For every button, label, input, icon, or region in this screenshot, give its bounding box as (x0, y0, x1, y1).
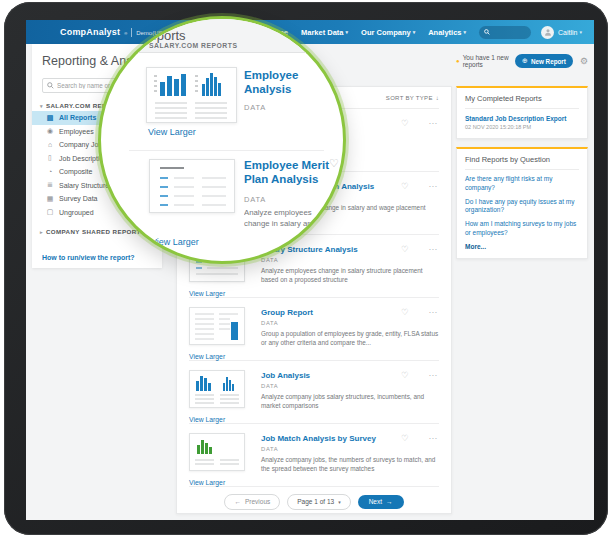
completed-report-timestamp: 02 NOV 2020 15:20:18 PM (465, 124, 579, 130)
more-options-icon[interactable]: ⋯ (429, 371, 438, 380)
nav-item-label: Analytics (428, 28, 461, 37)
app-logo[interactable]: CompAnalyst (60, 27, 120, 37)
favorite-heart-icon[interactable]: ♡ (401, 182, 409, 191)
report-description: Group a population of employees by grade… (261, 329, 439, 348)
completed-reports-panel: My Completed Reports Standard Job Descri… (456, 86, 588, 139)
page-selector[interactable]: Page 1 of 13 ▾ (287, 494, 350, 510)
new-report-button[interactable]: ⊕ New Report (515, 54, 573, 68)
brand[interactable]: CompAnalyst ® Demo(US) (60, 27, 165, 37)
panel-title: My Completed Reports (465, 94, 579, 109)
favorite-heart-icon[interactable]: ♡ (329, 157, 339, 170)
arrow-left-icon: ← (234, 498, 241, 505)
bar-chart-thumbnail-graphic (147, 68, 236, 122)
magnified-report-thumbnail[interactable] (146, 67, 237, 123)
magnified-report-thumbnail[interactable] (149, 159, 235, 213)
more-options-icon[interactable]: ⋯ (429, 182, 438, 191)
magnified-row-divider (129, 150, 324, 151)
chevron-down-icon: ▾ (40, 103, 43, 109)
avatar[interactable] (541, 26, 554, 39)
report-thumbnail[interactable] (189, 370, 245, 408)
chevron-right-icon: ▸ (40, 229, 43, 235)
help-link[interactable]: How to run/view the report? (42, 254, 135, 261)
find-reports-panel: Find Reports by Question Are there any f… (456, 147, 588, 259)
company-job-icon: ⌂ (46, 141, 54, 148)
sidebar-item-label: Company Job (59, 141, 102, 148)
question-link[interactable]: Do I have any pay equity issues at my or… (465, 198, 579, 216)
view-larger-link[interactable]: View Larger (189, 290, 225, 297)
device-frame: CompAnalyst ® Demo(US) Home Market Data … (4, 2, 608, 535)
report-thumbnail[interactable] (189, 433, 245, 471)
user-menu[interactable]: Caitlin ▾ (558, 29, 582, 36)
question-link[interactable]: Are there any flight risks at my company… (465, 175, 579, 193)
favorite-heart-icon[interactable]: ♡ (401, 245, 409, 254)
job-description-icon: ▯ (46, 154, 54, 162)
more-options-icon[interactable]: ⋯ (429, 245, 438, 254)
report-row: View Larger Group Report DATA Group a po… (189, 298, 439, 361)
gear-icon[interactable]: ⚙ (580, 56, 588, 66)
nav-item-label: Our Company (361, 28, 411, 37)
more-options-icon[interactable]: ⋯ (429, 434, 438, 443)
more-options-icon[interactable]: ⋯ (429, 308, 438, 317)
chevron-down-icon: ▾ (346, 29, 349, 35)
view-larger-link[interactable]: View Larger (189, 479, 225, 486)
next-label: Next (369, 498, 382, 505)
magnified-report-title[interactable]: Employee Analysis (244, 69, 322, 96)
global-search-input[interactable] (493, 29, 527, 35)
next-page-button[interactable]: Next → (358, 495, 404, 509)
view-larger-link[interactable]: View Larger (189, 353, 225, 360)
green-bar-chart-thumbnail-graphic (190, 434, 244, 470)
arrow-down-icon: ↓ (436, 95, 439, 101)
view-larger-link[interactable]: View Larger (189, 416, 225, 423)
nav-item-market-data[interactable]: Market Data ▾ (301, 28, 348, 37)
global-search[interactable] (479, 26, 531, 39)
magnified-view-larger-link[interactable]: View Larger (148, 127, 196, 137)
new-report-label: New Report (531, 58, 566, 65)
registered-mark: ® (124, 31, 127, 36)
user-name: Caitlin (558, 29, 577, 36)
new-reports-notice: You have 1 new reports (463, 54, 509, 68)
right-rail: ● You have 1 new reports ⊕ New Report ⚙ … (456, 54, 588, 259)
more-questions-link[interactable]: More... (465, 243, 579, 250)
table-thumbnail-graphic (150, 160, 234, 212)
all-reports-icon: ▤ (46, 114, 54, 122)
nav-item-our-company[interactable]: Our Company ▾ (361, 28, 415, 37)
page-label: Page 1 of 13 (297, 498, 334, 505)
chevron-down-icon: ▾ (579, 29, 582, 35)
plus-circle-icon: ⊕ (522, 57, 528, 65)
report-type-badge: DATA (261, 446, 439, 452)
nav-item-analytics[interactable]: Analytics ▾ (428, 28, 466, 37)
arrow-right-icon: → (386, 498, 393, 505)
report-type-badge: DATA (261, 320, 439, 326)
chevron-down-icon: ▾ (413, 29, 416, 35)
previous-page-button[interactable]: ← Previous (224, 494, 280, 510)
favorite-heart-icon[interactable]: ♡ (401, 371, 409, 380)
notifications-row: ● You have 1 new reports ⊕ New Report ⚙ (456, 54, 588, 68)
question-link[interactable]: How am I matching surveys to my jobs or … (465, 220, 579, 238)
sidebar-item-label: Composite (59, 168, 92, 175)
report-thumbnail[interactable] (189, 307, 245, 345)
chevron-down-icon: ▾ (464, 29, 467, 35)
panel-title: Find Reports by Question (465, 155, 579, 170)
pagination: ← Previous Page 1 of 13 ▾ Next → (189, 487, 439, 516)
more-options-icon[interactable]: ⋯ (429, 119, 438, 128)
salary-structures-icon: ≣ (46, 181, 54, 189)
magnified-view-larger-link[interactable]: View Larger (151, 237, 199, 247)
sort-control[interactable]: SORT BY TYPE ↓ (386, 95, 439, 101)
report-description: Analyze company jobs, the numbers of sur… (261, 455, 439, 474)
sort-label: SORT BY TYPE (386, 95, 433, 101)
bar-chart-thumbnail-graphic (190, 371, 244, 407)
report-description: Analyze company jobs salary structures, … (261, 392, 439, 411)
completed-report-link[interactable]: Standard Job Description Export (465, 115, 579, 122)
search-icon (47, 82, 54, 89)
magnified-report-type: DATA (244, 103, 266, 112)
survey-data-icon: ▦ (46, 195, 54, 203)
favorite-heart-icon[interactable]: ♡ (401, 308, 409, 317)
favorite-heart-icon[interactable]: ♡ (401, 119, 409, 128)
favorite-heart-icon[interactable]: ♡ (401, 434, 409, 443)
magnifier-circle: All Reports SALARY.COM REPORTS Employee … (98, 16, 346, 264)
magnified-report-type: DATA (244, 195, 266, 204)
notification-dot-icon: ● (456, 58, 460, 64)
report-description: Analyze employees change in salary struc… (261, 266, 439, 285)
report-row: View Larger Job Analysis DATA Analyze co… (189, 361, 439, 424)
sidebar-item-label: Employees (59, 128, 94, 135)
